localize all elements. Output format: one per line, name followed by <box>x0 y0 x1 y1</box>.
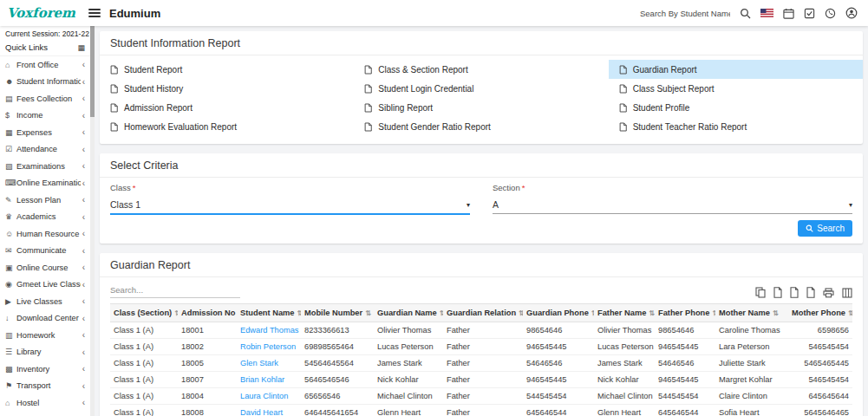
sidebar-item-inventory[interactable]: ▩Inventory‹ <box>0 361 90 378</box>
column-header-admission-no[interactable]: Admission No⇅ <box>178 304 237 322</box>
table-cell: 54646546 <box>655 355 715 372</box>
column-header-guardian-relation[interactable]: Guardian Relation⇅ <box>443 304 523 322</box>
table-cell: Father <box>443 339 523 355</box>
student-name-link[interactable]: David Heart <box>237 405 301 416</box>
chevron-icon: ‹ <box>82 296 85 306</box>
table-cell: Class 1 (A) <box>110 355 178 372</box>
columns-icon[interactable] <box>842 288 852 298</box>
sidebar-item-online-course[interactable]: ▣Online Course‹ <box>0 259 90 276</box>
app-title: Edumium <box>109 7 160 20</box>
section-select[interactable]: A ▾ <box>493 199 852 214</box>
student-search-input[interactable] <box>640 9 730 18</box>
report-link-student-report[interactable]: Student Report <box>100 60 354 79</box>
sidebar-item-label: Expenses <box>16 128 81 137</box>
class-select[interactable]: Class 1 ▾ <box>110 199 470 215</box>
sort-icon: ⇅ <box>712 309 715 317</box>
column-header-class-section[interactable]: Class (Section)⇅ <box>110 304 178 322</box>
table-cell: 5646546546 <box>301 372 374 388</box>
search-button[interactable]: Search <box>798 220 852 237</box>
report-link-guardian-report[interactable]: Guardian Report <box>609 60 863 79</box>
student-name-link[interactable]: Glen Stark <box>237 355 301 372</box>
sidebar-item-live-classes[interactable]: ▶Live Classes‹ <box>0 293 90 310</box>
sidebar-item-income[interactable]: $Income‹ <box>0 107 90 125</box>
sidebar-item-hostel[interactable]: ⌂Hostel‹ <box>0 394 90 412</box>
guardian-report-card: Guardian Report Class (Section)⇅Admissio… <box>100 253 863 416</box>
calendar-icon[interactable] <box>783 8 794 19</box>
column-header-father-name[interactable]: Father Name⇅ <box>594 304 655 322</box>
student-name-link[interactable]: Laura Clinton <box>237 388 301 405</box>
table-cell: Class 1 (A) <box>110 388 178 405</box>
table-cell: 54646546 <box>523 355 594 372</box>
report-link-student-history[interactable]: Student History <box>100 79 354 98</box>
pdf-icon[interactable] <box>806 287 815 298</box>
sidebar-item-download-center[interactable]: ↓Download Center‹ <box>0 310 90 328</box>
sidebar-item-expenses[interactable]: ▦Expenses‹ <box>0 124 90 141</box>
excel-icon[interactable] <box>773 287 782 298</box>
chevron-icon: ‹ <box>82 111 85 120</box>
sidebar-item-human-resource[interactable]: ☺Human Resource‹ <box>0 225 90 243</box>
report-link-label: Student Profile <box>633 103 690 113</box>
print-icon[interactable] <box>823 288 834 298</box>
sidebar-item-homework[interactable]: ▥Homework‹ <box>0 327 90 344</box>
hamburger-icon[interactable] <box>88 9 101 17</box>
column-header-mobile-number[interactable]: Mobile Number⇅ <box>301 304 374 322</box>
report-link-label: Admission Report <box>124 103 193 113</box>
sidebar-item-label: Homework <box>16 331 81 340</box>
sidebar-item-front-office[interactable]: ⌂Front Office‹ <box>0 56 90 74</box>
report-link-admission-report[interactable]: Admission Report <box>100 98 354 117</box>
sidebar-item-fees-collection[interactable]: ▤Fees Collection‹ <box>0 90 90 107</box>
card-title-student-information-report: Student Information Report <box>100 31 863 55</box>
student-name-link[interactable]: Brian Kohlar <box>237 372 301 388</box>
column-header-guardian-phone[interactable]: Guardian Phone⇅ <box>523 304 594 322</box>
column-header-student-name[interactable]: Student Name⇅ <box>237 304 301 322</box>
sidebar-item-student-information[interactable]: ☻Student Information‹ <box>0 74 90 91</box>
sidebar-item-label: Examinations <box>16 162 81 171</box>
sidebar-item-transport[interactable]: ⚑Transport‹ <box>0 378 90 395</box>
sidebar-item-academics[interactable]: ♛Academics‹ <box>0 209 90 226</box>
student-name-link[interactable]: Edward Thomas <box>237 322 301 339</box>
sidebar-scrollbar[interactable] <box>90 26 95 416</box>
sidebar-item-certificate[interactable]: ❖Certificate‹ <box>0 412 90 416</box>
report-link-homework-evaluation-report[interactable]: Homework Evaluation Report <box>100 117 354 136</box>
column-header-guardian-name[interactable]: Guardian Name⇅ <box>374 304 443 322</box>
sidebar-item-online-examinations[interactable]: ⌨Online Examinations‹ <box>0 175 90 192</box>
us-flag-icon[interactable] <box>760 9 773 17</box>
column-header-mother-name[interactable]: Mother Name⇅ <box>715 304 788 322</box>
quick-links[interactable]: Quick Links ▦ <box>0 40 90 56</box>
sidebar-item-attendance[interactable]: ☑Attendance‹ <box>0 141 90 159</box>
online-course-icon: ▣ <box>5 263 16 272</box>
sidebar-item-gmeet-live-classes[interactable]: ◉Gmeet Live Classes‹ <box>0 276 90 294</box>
report-link-class-section-report[interactable]: Class & Section Report <box>354 60 608 79</box>
tasks-icon[interactable] <box>804 8 815 19</box>
column-header-father-phone[interactable]: Father Phone⇅ <box>655 304 715 322</box>
student-name-link[interactable]: Robin Peterson <box>237 339 301 355</box>
report-link-student-login-credential[interactable]: Student Login Credential <box>354 79 608 98</box>
chevron-icon: ‹ <box>82 212 85 222</box>
app-logo[interactable]: Voxforem <box>0 5 83 21</box>
csv-icon[interactable] <box>790 287 799 298</box>
table-cell: Class 1 (A) <box>110 339 178 355</box>
report-link-class-subject-report[interactable]: Class Subject Report <box>609 79 863 98</box>
sidebar-item-examinations[interactable]: ▧Examinations‹ <box>0 158 90 175</box>
sidebar-item-lesson-plan[interactable]: ✎Lesson Plan‹ <box>0 192 90 209</box>
scrollbar-thumb[interactable] <box>90 26 95 117</box>
chevron-icon: ‹ <box>82 330 85 340</box>
user-icon[interactable] <box>845 7 858 19</box>
table-row: Class 1 (A)18002Robin Peterson6989856546… <box>110 339 852 355</box>
table-search-input[interactable] <box>110 283 240 298</box>
report-link-sibling-report[interactable]: Sibling Report <box>354 98 608 117</box>
document-icon <box>364 65 372 75</box>
class-field: Class* Class 1 ▾ <box>110 183 470 215</box>
column-header-mother-phone[interactable]: Mother Phone⇅ <box>788 304 852 322</box>
sidebar-item-communicate[interactable]: ✉Communicate‹ <box>0 243 90 260</box>
report-link-student-gender-ratio-report[interactable]: Student Gender Ratio Report <box>354 117 608 136</box>
whatsapp-icon[interactable] <box>825 8 836 19</box>
report-link-student-teacher-ratio-report[interactable]: Student Teacher Ratio Report <box>609 117 863 136</box>
search-icon[interactable] <box>740 8 751 19</box>
report-link-student-profile[interactable]: Student Profile <box>609 98 863 117</box>
copy-icon[interactable] <box>755 287 766 298</box>
chevron-icon: ‹ <box>82 145 85 154</box>
table-cell: 5465465445 <box>788 355 852 372</box>
document-icon <box>364 84 372 94</box>
sidebar-item-library[interactable]: ☰Library‹ <box>0 344 90 361</box>
